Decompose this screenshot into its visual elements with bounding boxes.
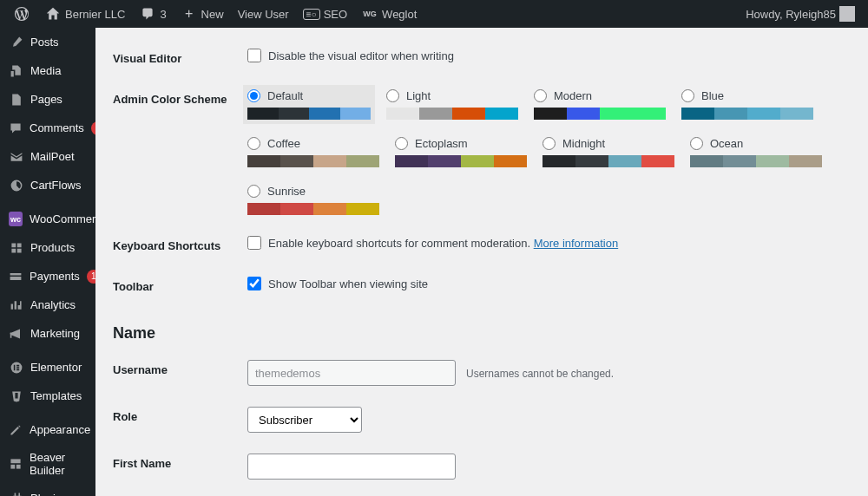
scheme-ectoplasm[interactable]: Ectoplasm [395,137,527,167]
sidebar-item-woocommerce[interactable]: wcWooCommerce [0,205,95,233]
weglot-icon: WG [361,5,378,23]
svg-rect-3 [16,465,21,469]
visual-editor-label: Visual Editor [113,38,247,79]
seo-icon: ≡○ [303,9,320,20]
comment-icon [9,121,23,135]
scheme-modern[interactable]: Modern [534,89,666,120]
plus-icon: + [181,5,198,23]
visual-editor-checkbox-label[interactable]: Disable the visual editor when writing [247,49,851,62]
view-user-label: View User [238,8,289,21]
sidebar-item-mailpoet[interactable]: MailPoet [0,142,95,171]
plugins-icon [9,491,23,496]
keyboard-checkbox-label[interactable]: Enable keyboard shortcuts for comment mo… [247,236,851,250]
color-schemes: DefaultLightModernBlueCoffeeEctoplasmMid… [247,89,851,215]
scheme-radio-sunrise[interactable] [247,185,260,198]
sidebar-item-products[interactable]: Products [0,233,95,262]
sidebar-item-cartflows[interactable]: CartFlows [0,171,95,199]
site-name-text: Bernier LLC [65,8,125,21]
sidebar-item-elementor[interactable]: Elementor [0,353,95,382]
site-name-link[interactable]: Bernier LLC [38,0,131,28]
weglot-link[interactable]: WGWeglot [355,0,423,28]
wp-logo[interactable] [7,0,36,28]
admin-sidebar: Posts Media Pages Comments3 MailPoet Car… [0,28,95,496]
new-content-link[interactable]: +New [174,0,230,28]
sidebar-item-analytics[interactable]: Analytics [0,290,95,319]
beaver-icon [9,457,23,472]
sidebar-item-media[interactable]: Media [0,56,95,85]
scheme-radio-blue[interactable] [681,89,694,102]
mailpoet-icon [9,149,23,164]
first-name-input[interactable] [247,454,456,480]
scheme-default[interactable]: Default [243,85,375,124]
toolbar-checkbox[interactable] [247,277,261,290]
sidebar-item-appearance[interactable]: Appearance [0,415,95,444]
username-label: Username [113,349,247,396]
toolbar-checkbox-label[interactable]: Show Toolbar when viewing site [247,277,851,290]
seo-label: SEO [324,8,347,21]
scheme-radio-default[interactable] [247,89,260,102]
scheme-radio-light[interactable] [386,89,399,102]
sidebar-item-templates[interactable]: Templates [0,382,95,410]
scheme-radio-ectoplasm[interactable] [395,137,408,150]
scheme-ocean[interactable]: Ocean [690,137,822,167]
scheme-swatch-modern [534,108,666,120]
sidebar-item-plugins[interactable]: Plugins [0,484,95,496]
sidebar-item-posts[interactable]: Posts [0,28,95,56]
seo-link[interactable]: ≡○SEO [297,0,353,28]
role-label: Role [113,396,247,443]
username-input [247,360,456,386]
last-name-label: Last Name [113,490,247,496]
scheme-swatch-ectoplasm [395,155,527,167]
sidebar-item-beaver[interactable]: Beaver Builder [0,444,95,484]
scheme-coffee[interactable]: Coffee [247,137,379,167]
sidebar-item-pages[interactable]: Pages [0,85,95,114]
marketing-icon [9,326,23,341]
cartflows-icon [9,178,23,193]
weglot-label: Weglot [382,8,417,21]
avatar-icon [839,6,855,22]
admin-bar: Bernier LLC 3 +New View User ≡○SEO WGWeg… [0,0,868,28]
more-info-link[interactable]: More information [534,237,619,250]
role-select[interactable]: Subscriber [247,407,362,433]
pin-icon [9,35,23,49]
new-label: New [201,8,224,21]
analytics-icon [9,297,23,312]
scheme-swatch-light [386,108,518,120]
media-icon [9,63,23,78]
scheme-light[interactable]: Light [386,89,518,120]
scheme-swatch-midnight [542,155,674,167]
sidebar-item-payments[interactable]: Payments1 [0,262,95,290]
payments-badge: 1 [87,270,95,284]
scheme-swatch-default [247,108,371,120]
scheme-midnight[interactable]: Midnight [542,137,674,167]
svg-rect-2 [10,465,15,469]
sidebar-item-comments[interactable]: Comments3 [0,114,95,142]
sidebar-item-marketing[interactable]: Marketing [0,319,95,348]
elementor-icon [9,360,23,375]
comments-badge: 3 [91,121,95,135]
admin-bar-left: Bernier LLC 3 +New View User ≡○SEO WGWeg… [7,0,423,28]
scheme-blue[interactable]: Blue [681,89,813,120]
scheme-sunrise[interactable]: Sunrise [247,185,379,215]
admin-color-label: Admin Color Scheme [113,79,247,225]
scheme-radio-ocean[interactable] [690,137,703,150]
home-icon [44,5,62,23]
wordpress-icon [13,5,30,23]
comments-link[interactable]: 3 [133,0,172,28]
keyboard-checkbox[interactable] [247,236,261,250]
scheme-radio-modern[interactable] [534,89,547,102]
name-section-heading: Name [113,307,851,349]
view-user-link[interactable]: View User [232,0,295,28]
page-icon [9,92,23,107]
scheme-radio-coffee[interactable] [247,137,260,150]
comments-count: 3 [160,8,166,21]
admin-bar-right: Howdy, Ryleigh85 [740,0,861,28]
my-account-link[interactable]: Howdy, Ryleigh85 [740,0,861,28]
scheme-swatch-ocean [690,155,822,167]
username-desc: Usernames cannot be changed. [466,368,614,380]
svg-rect-1 [10,459,20,463]
scheme-radio-midnight[interactable] [542,137,556,150]
appearance-icon [9,422,23,437]
products-icon [9,240,23,255]
visual-editor-checkbox[interactable] [247,49,261,62]
